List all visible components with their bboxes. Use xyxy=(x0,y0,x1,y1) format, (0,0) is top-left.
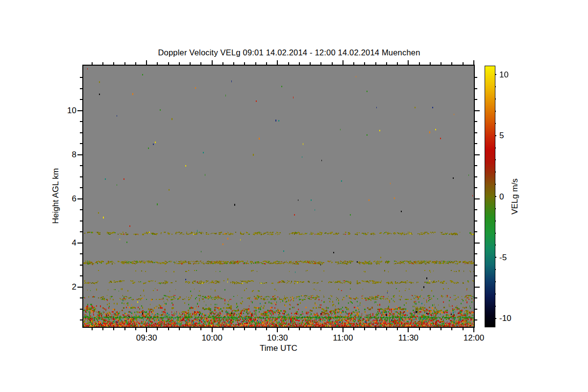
x-axis-major-tick-top xyxy=(473,60,474,65)
y-axis-minor-tick xyxy=(80,309,82,310)
x-axis-minor-tick-top xyxy=(179,62,180,65)
y-axis-minor-tick-right xyxy=(475,187,477,188)
x-axis-minor-tick-top xyxy=(222,62,223,65)
y-axis-minor-tick xyxy=(80,209,82,210)
x-axis-minor-tick xyxy=(299,328,300,330)
x-axis-minor-tick xyxy=(222,328,223,330)
y-axis-minor-tick xyxy=(80,121,82,122)
x-axis-major-tick xyxy=(343,328,343,332)
x-axis-minor-tick-top xyxy=(244,62,245,65)
x-axis-minor-tick-top xyxy=(200,62,201,65)
y-axis-major-tick xyxy=(77,243,82,244)
x-axis-minor-tick-top xyxy=(451,62,452,65)
x-axis-minor-tick-top xyxy=(353,62,354,65)
colorbar-tick-label: 10 xyxy=(499,71,529,79)
x-axis-minor-tick-top xyxy=(441,62,441,65)
y-axis-minor-tick xyxy=(80,275,82,276)
x-axis-minor-tick-top xyxy=(124,62,125,65)
y-axis-minor-tick-right xyxy=(475,275,477,276)
y-axis-major-tick-right xyxy=(475,154,480,155)
x-axis-minor-tick xyxy=(419,328,420,330)
x-axis-major-tick xyxy=(212,328,213,332)
x-axis-minor-tick-top xyxy=(320,62,321,65)
x-axis-minor-tick-top xyxy=(310,62,311,65)
x-tick-label: 11:00 xyxy=(326,334,360,342)
y-axis-minor-tick-right xyxy=(475,220,477,221)
x-axis-minor-tick-top xyxy=(92,62,93,65)
x-tick-label: 10:00 xyxy=(195,334,229,342)
y-axis-minor-tick xyxy=(80,319,82,320)
x-axis-minor-tick xyxy=(310,328,311,330)
doppler-velocity-figure: Doppler Velocity VELg 09:01 14.02.2014 -… xyxy=(0,0,588,392)
x-axis-minor-tick xyxy=(244,328,245,330)
x-axis-minor-tick-top xyxy=(386,62,387,65)
x-axis-minor-tick-top xyxy=(419,62,420,65)
y-axis-minor-tick-right xyxy=(475,88,477,89)
x-axis-major-tick xyxy=(473,328,474,332)
y-axis-minor-tick xyxy=(80,253,82,254)
y-axis-major-tick xyxy=(77,198,82,199)
x-axis-minor-tick-top xyxy=(364,62,365,65)
y-axis-major-tick-right xyxy=(475,198,480,199)
y-axis-minor-tick xyxy=(80,132,82,133)
colorbar-tick-label: -10 xyxy=(499,314,529,322)
x-axis-minor-tick xyxy=(157,328,158,330)
x-axis-minor-tick xyxy=(463,328,464,330)
x-axis-major-tick xyxy=(146,328,147,332)
y-axis-minor-tick xyxy=(80,187,82,188)
x-axis-minor-tick xyxy=(397,328,398,330)
y-tick-label: 8 xyxy=(47,150,76,159)
x-axis-minor-tick-top xyxy=(102,62,103,65)
x-axis-minor-tick xyxy=(179,328,180,330)
x-axis-minor-tick xyxy=(353,328,354,330)
x-tick-label: 11:30 xyxy=(391,334,425,342)
x-axis-minor-tick xyxy=(320,328,321,330)
x-axis-minor-tick xyxy=(168,328,169,330)
y-axis-minor-tick xyxy=(80,77,82,78)
colorbar-tick-label: 5 xyxy=(499,131,529,140)
y-axis-minor-tick-right xyxy=(475,319,477,320)
y-axis-minor-tick xyxy=(80,231,82,232)
y-axis-minor-tick-right xyxy=(475,132,477,133)
y-axis-minor-tick-right xyxy=(475,297,477,298)
x-axis-minor-tick-top xyxy=(157,62,158,65)
colorbar-gradient xyxy=(485,66,495,327)
y-tick-label: 10 xyxy=(47,106,76,115)
y-axis-minor-tick xyxy=(80,143,82,144)
y-axis-minor-tick-right xyxy=(475,121,477,122)
x-axis-minor-tick xyxy=(200,328,201,330)
y-axis-label: Height AGL km xyxy=(51,168,61,224)
y-axis-minor-tick-right xyxy=(475,253,477,254)
x-axis-minor-tick xyxy=(102,328,103,330)
x-axis-major-tick xyxy=(408,328,409,332)
x-axis-minor-tick-top xyxy=(430,62,431,65)
x-axis-minor-tick xyxy=(288,328,289,330)
x-axis-minor-tick-top xyxy=(463,62,464,65)
x-axis-minor-tick xyxy=(135,328,136,330)
x-axis-minor-tick xyxy=(92,328,93,330)
y-axis-major-tick xyxy=(77,154,82,155)
x-axis-label: Time UTC xyxy=(83,343,474,353)
plot-area xyxy=(82,65,475,328)
y-axis-minor-tick-right xyxy=(475,77,477,78)
x-axis-minor-tick xyxy=(375,328,376,330)
y-axis-major-tick-right xyxy=(475,110,480,111)
y-axis-major-tick xyxy=(77,110,82,111)
y-axis-minor-tick xyxy=(80,88,82,89)
x-axis-minor-tick-top xyxy=(113,62,114,65)
x-axis-minor-tick-top xyxy=(266,62,267,65)
x-axis-minor-tick-top xyxy=(255,62,256,65)
x-axis-minor-tick-top xyxy=(168,62,169,65)
x-tick-label: 09:30 xyxy=(129,334,164,342)
x-axis-minor-tick xyxy=(441,328,441,330)
x-axis-minor-tick xyxy=(190,328,191,330)
x-axis-major-tick-top xyxy=(146,60,147,65)
x-axis-minor-tick xyxy=(364,328,365,330)
y-axis-minor-tick xyxy=(80,265,82,266)
y-axis-minor-tick-right xyxy=(475,265,477,266)
x-axis-minor-tick-top xyxy=(190,62,191,65)
y-axis-minor-tick-right xyxy=(475,209,477,210)
x-tick-label: 12:00 xyxy=(457,334,491,342)
y-axis-minor-tick-right xyxy=(475,309,477,310)
y-axis-minor-tick-right xyxy=(475,99,477,100)
